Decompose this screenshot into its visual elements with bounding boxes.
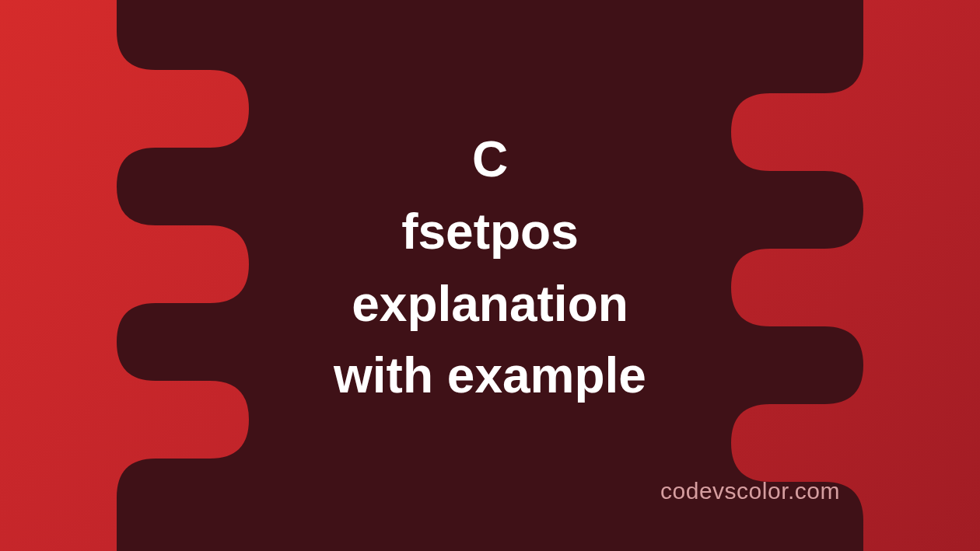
banner-container: C fsetpos explanation with example codev… (0, 0, 980, 551)
banner-title: C fsetpos explanation with example (334, 124, 646, 412)
title-line-1: C (334, 124, 646, 196)
title-line-3: explanation (334, 268, 646, 340)
watermark-text: codevscolor.com (660, 478, 840, 504)
title-line-4: with example (334, 340, 646, 412)
title-line-2: fsetpos (334, 196, 646, 268)
